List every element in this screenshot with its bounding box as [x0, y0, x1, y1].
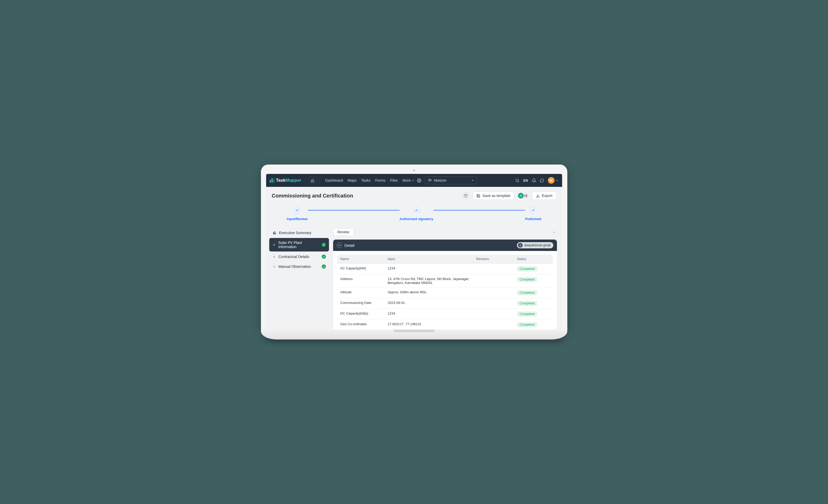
collaborators[interactable]: d +2: [518, 192, 529, 199]
top-nav: TaskMapper Dashboard Maps Tasks Forms Fi…: [266, 174, 562, 187]
cell-status: Completed: [514, 320, 552, 330]
section-sidebar: Executive Summary Solar PV Plant Informa…: [269, 228, 329, 330]
user-menu[interactable]: M: [548, 177, 558, 184]
notifications-button[interactable]: [532, 178, 536, 183]
table-row[interactable]: Geo Co-ordinates17.802117, 77.146131Comp…: [337, 320, 553, 330]
col-name: Name: [337, 255, 385, 264]
save-template-label: Save as template: [483, 194, 510, 198]
cell-remarks: [473, 298, 514, 309]
step-input-review[interactable]: Input/Review: [287, 207, 308, 221]
cell-input: 17.802117, 77.146131: [384, 320, 473, 330]
nav-more[interactable]: More: [403, 178, 414, 182]
status-chip: Completed: [517, 301, 537, 306]
chat-icon: [540, 178, 544, 183]
sidebar-item-label: Solar PV Plant Information: [278, 241, 319, 249]
cell-status: Completed: [514, 274, 552, 288]
status-chip: Completed: [517, 322, 537, 327]
cell-name: Altitude: [337, 288, 385, 298]
download-icon: [536, 194, 540, 198]
laptop-mockup: TaskMapper Dashboard Maps Tasks Forms Fi…: [261, 165, 567, 339]
cell-input: 2023-09-01: [384, 298, 473, 309]
page-header: Commissioning and Certification Save as …: [266, 187, 562, 205]
save-icon: [477, 194, 480, 198]
settings-button[interactable]: [417, 178, 421, 183]
sidebar-item-contractual[interactable]: Contractual Details: [269, 252, 329, 261]
step-published[interactable]: Published: [525, 207, 541, 221]
table-row[interactable]: AltitudeApprox. 638m above MSLCompleted: [337, 288, 553, 298]
language-toggle[interactable]: EN: [523, 178, 528, 182]
svg-marker-1: [428, 179, 431, 180]
sidebar-item-manual-observation[interactable]: Manual Observation: [269, 262, 329, 271]
detail-title: Detail: [344, 243, 355, 248]
table-row[interactable]: Commissioning Date2023-09-01Completed: [337, 298, 553, 309]
home-icon: [310, 178, 315, 182]
cell-remarks: [473, 264, 514, 274]
cell-remarks: [473, 288, 514, 298]
step-authorized-signatory[interactable]: Authorized signatory: [400, 207, 433, 221]
nav-more-label: More: [403, 178, 411, 182]
detail-card: Detail d deepakdsree gmail: [333, 240, 557, 330]
status-chip: Completed: [517, 266, 537, 271]
col-status: Status: [514, 255, 552, 264]
assignee-label: deepakdsree gmail: [524, 244, 550, 247]
nav-forms[interactable]: Forms: [375, 178, 385, 182]
home-button[interactable]: [309, 177, 316, 184]
col-remarks: Remarks: [473, 255, 514, 264]
project-selector-value: Horizon: [434, 178, 469, 182]
chevron-right-icon: [273, 255, 276, 258]
sidebar-item-label: Manual Observation: [279, 264, 311, 268]
collapse-toggle[interactable]: [337, 243, 342, 248]
step-track: [308, 210, 400, 210]
project-selector[interactable]: Horizon: [425, 176, 477, 184]
search-button[interactable]: [515, 178, 520, 183]
review-button[interactable]: Review: [333, 228, 354, 236]
help-button[interactable]: [462, 192, 469, 199]
nav-files[interactable]: Files: [390, 178, 398, 182]
export-button[interactable]: Export: [532, 192, 556, 200]
check-icon: [415, 208, 418, 212]
table-row[interactable]: AC Capacity(kW)1234Completed: [337, 264, 553, 274]
sidebar-item-label: Executive Summary: [279, 231, 311, 235]
sidebar-item-executive-summary[interactable]: Executive Summary: [269, 228, 329, 238]
chat-button[interactable]: [540, 178, 544, 183]
cell-input: 1234: [384, 264, 473, 274]
cell-name: DC Capacity(kWp): [337, 309, 385, 320]
cell-remarks: [473, 309, 514, 320]
step-track: [433, 210, 525, 210]
nav-tasks[interactable]: Tasks: [361, 178, 371, 182]
chevron-right-icon: [273, 265, 276, 268]
brand-logo[interactable]: TaskMapper: [270, 178, 301, 183]
sidebar-item-label: Contractual Details: [279, 255, 309, 259]
chevron-right-icon: [273, 243, 276, 247]
table-row[interactable]: Address13, 47th Cross Rd, TMC Layout, 5t…: [337, 274, 553, 288]
cell-status: Completed: [514, 298, 552, 309]
cell-status: Completed: [514, 288, 552, 298]
layers-icon: [428, 178, 432, 182]
cell-status: Completed: [514, 309, 552, 320]
save-template-button[interactable]: Save as template: [472, 192, 514, 200]
chevron-down-icon: [412, 179, 414, 182]
review-label: Review: [337, 230, 349, 234]
svg-point-0: [419, 180, 420, 181]
nav-links: Dashboard Maps Tasks Forms Files More: [325, 178, 414, 182]
export-label: Export: [542, 194, 552, 198]
nav-dashboard[interactable]: Dashboard: [325, 178, 343, 182]
assignee-pill[interactable]: d deepakdsree gmail: [517, 242, 553, 248]
status-chip: Completed: [517, 290, 537, 295]
cell-input: Approx. 638m above MSL: [384, 288, 473, 298]
table-row[interactable]: DC Capacity(kWp)1234Completed: [337, 309, 553, 320]
brand-text-2: Mapper: [286, 178, 301, 183]
nav-maps[interactable]: Maps: [348, 178, 357, 182]
cell-name: Geo Co-ordinates: [337, 320, 385, 330]
check-badge-icon: [322, 243, 326, 247]
cell-remarks: [473, 274, 514, 288]
cell-name: AC Capacity(kW): [337, 264, 385, 274]
detail-table: Name Input Remarks Status AC Capacity(kW…: [337, 255, 553, 330]
chart-icon: [273, 231, 277, 235]
sidebar-item-solar-pv[interactable]: Solar PV Plant Information: [269, 238, 329, 251]
cell-remarks: [473, 320, 514, 330]
cell-input: 13, 47th Cross Rd, TMC Layout, 5th Block…: [384, 274, 473, 288]
collapse-dash[interactable]: -: [553, 229, 557, 235]
search-icon: [515, 178, 520, 183]
help-icon: [464, 194, 468, 198]
